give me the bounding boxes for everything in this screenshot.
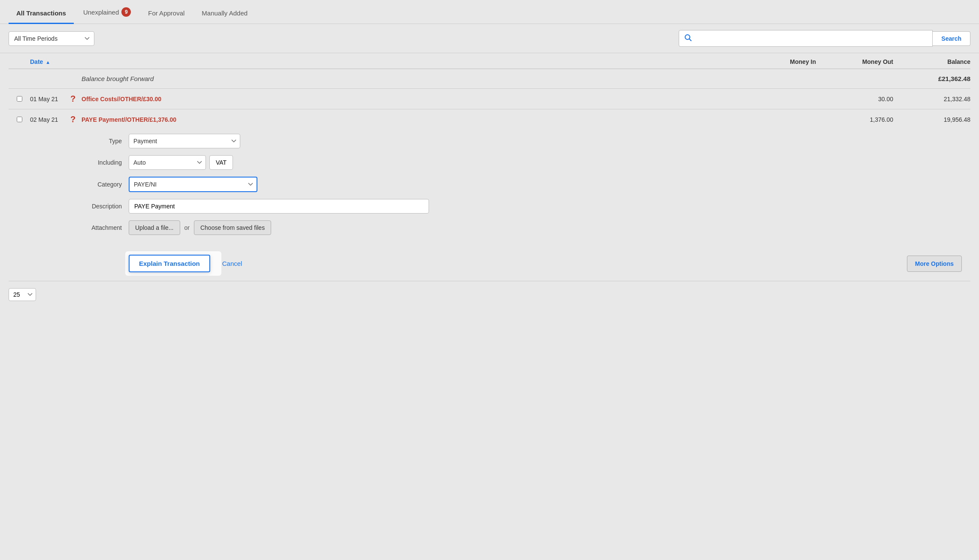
bottom-bar: 25 50 100 <box>0 281 979 308</box>
explain-highlight-wrap: Explain Transaction <box>129 255 218 272</box>
type-select[interactable]: Payment Transfer Receipt <box>129 134 240 148</box>
search-area: Search <box>679 30 970 47</box>
description-label: Description <box>77 203 129 210</box>
tx1-unexplained-icon: ? <box>64 94 82 104</box>
tx2-unexplained-icon: ? <box>64 114 82 124</box>
attach-or-text: or <box>184 224 190 231</box>
balance-forward-amount: £21,362.48 <box>893 75 970 82</box>
col-date[interactable]: Date ▲ <box>30 58 64 65</box>
more-options-button[interactable]: More Options <box>907 256 962 272</box>
tab-for-approval[interactable]: For Approval <box>140 3 192 24</box>
description-input[interactable] <box>129 199 429 214</box>
time-period-filter[interactable]: All Time Periods This Month Last Month T… <box>9 31 94 46</box>
type-label: Type <box>77 138 129 145</box>
tab-unexplained[interactable]: Unexplained 9 <box>76 1 139 24</box>
action-row-inner: Explain Transaction Cancel More Options <box>129 255 970 272</box>
vat-button[interactable]: VAT <box>209 155 233 170</box>
search-icon <box>684 34 692 43</box>
tab-manually-added[interactable]: Manually Added <box>194 3 255 24</box>
cancel-button[interactable]: Cancel <box>222 260 242 267</box>
col-money-out: Money Out <box>816 58 893 65</box>
search-button[interactable]: Search <box>933 31 970 46</box>
transaction-row-2: 02 May 21 ? PAYE Payment//OTHER/£1,376.0… <box>9 109 970 281</box>
balance-forward-label: Balance brought Forward <box>82 75 739 82</box>
transaction-row-1: 01 May 21 ? Office Costs//OTHER/£30.00 3… <box>9 89 970 109</box>
tx2-description[interactable]: PAYE Payment//OTHER/£1,376.00 <box>82 116 739 123</box>
balance-forward-row: Balance brought Forward £21,362.48 <box>9 69 970 89</box>
tx1-date: 01 May 21 <box>30 96 64 102</box>
unexplained-badge: 9 <box>121 7 131 17</box>
tab-all-transactions[interactable]: All Transactions <box>9 3 74 24</box>
form-including-row: Including Auto VAT No VAT VAT <box>77 155 970 170</box>
search-input[interactable] <box>695 35 927 42</box>
category-select[interactable]: PAYE/NI Office Costs Sales Other <box>129 177 257 192</box>
tx1-check[interactable] <box>17 96 22 102</box>
table: Date ▲ Money In Money Out Balance Balanc… <box>0 53 979 281</box>
upload-file-button[interactable]: Upload a file... <box>129 220 180 235</box>
search-input-wrap <box>679 30 933 47</box>
tx2-checkbox[interactable] <box>9 117 30 122</box>
transaction-form-2: Type Payment Transfer Receipt Including … <box>9 129 970 250</box>
attachment-label: Attachment <box>77 224 129 231</box>
transaction-main-1: 01 May 21 ? Office Costs//OTHER/£30.00 3… <box>9 89 970 109</box>
tx2-check[interactable] <box>17 117 22 122</box>
choose-saved-files-button[interactable]: Choose from saved files <box>194 220 271 235</box>
tx2-date: 02 May 21 <box>30 116 64 123</box>
form-description-row: Description <box>77 199 970 214</box>
explain-transaction-button[interactable]: Explain Transaction <box>129 255 210 272</box>
tabs-bar: All Transactions Unexplained 9 For Appro… <box>0 0 979 24</box>
svg-line-1 <box>689 39 692 41</box>
col-money-in: Money In <box>739 58 816 65</box>
tx1-description[interactable]: Office Costs//OTHER/£30.00 <box>82 96 739 102</box>
toolbar: All Time Periods This Month Last Month T… <box>0 24 979 53</box>
form-attachment-row: Attachment Upload a file... or Choose fr… <box>77 220 970 235</box>
col-balance: Balance <box>893 58 970 65</box>
table-header: Date ▲ Money In Money Out Balance <box>9 53 970 69</box>
per-page-select[interactable]: 25 50 100 <box>9 288 36 301</box>
transaction-main-2: 02 May 21 ? PAYE Payment//OTHER/£1,376.0… <box>9 109 970 129</box>
tx1-checkbox[interactable] <box>9 96 30 102</box>
including-select[interactable]: Auto VAT No VAT <box>129 155 206 170</box>
category-label: Category <box>77 181 129 188</box>
action-row: Explain Transaction Cancel More Options <box>9 250 970 281</box>
form-type-row: Type Payment Transfer Receipt <box>77 134 970 148</box>
tx1-balance: 21,332.48 <box>893 96 970 102</box>
including-label: Including <box>77 159 129 166</box>
form-category-row: Category PAYE/NI Office Costs Sales Othe… <box>77 177 970 192</box>
tx2-money-out: 1,376.00 <box>816 116 893 123</box>
tx2-balance: 19,956.48 <box>893 116 970 123</box>
tx1-money-out: 30.00 <box>816 96 893 102</box>
